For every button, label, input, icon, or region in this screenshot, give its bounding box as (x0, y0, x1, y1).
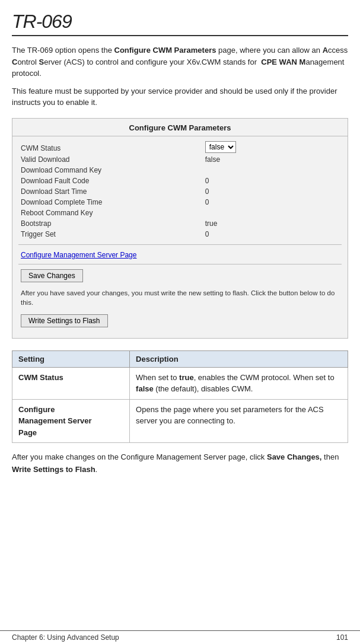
bootstrap-label: Bootstrap (12, 218, 197, 229)
trigger-set-label: Trigger Set (12, 229, 197, 240)
table-row: Download Complete Time 0 (12, 197, 348, 208)
download-fault-code-label: Download Fault Code (12, 176, 197, 186)
download-command-key-value (197, 165, 348, 176)
setting-column-header: Setting (12, 350, 130, 367)
table-row: CWM Status false true (12, 140, 348, 154)
table-row: Trigger Set 0 (12, 229, 348, 240)
download-complete-time-value: 0 (197, 197, 348, 208)
cwm-status-description: When set to true, enables the CWM protoc… (130, 367, 348, 399)
table-row: CWM Status When set to true, enables the… (12, 367, 348, 399)
table-row: Bootstrap true (12, 218, 348, 229)
table-row: Download Command Key (12, 165, 348, 176)
trigger-set-value: 0 (197, 229, 348, 240)
reboot-command-key-label: Reboot Command Key (12, 208, 197, 218)
intro-paragraph-2: This feature must be supported by your s… (12, 85, 348, 109)
settings-reference-table: Setting Description CWM Status When set … (12, 350, 348, 444)
cwm-status-setting: CWM Status (12, 367, 130, 399)
table-row: Valid Download false (12, 154, 348, 165)
cwm-status-label: CWM Status (12, 140, 197, 154)
page-title: TR-069 (12, 11, 348, 36)
footer-page-number: 101 (336, 633, 348, 642)
footer-chapter: Chapter 6: Using Advanced Setup (12, 633, 119, 642)
table-row: ConfigureManagement ServerPage Opens the… (12, 399, 348, 443)
reboot-command-key-value (197, 208, 348, 218)
valid-download-label: Valid Download (12, 154, 197, 165)
configure-management-server-link[interactable]: Configure Management Server Page (12, 250, 348, 260)
description-column-header: Description (130, 350, 348, 367)
download-start-time-label: Download Start Time (12, 186, 197, 197)
flash-note: After you have saved your changes, you m… (21, 288, 339, 307)
valid-download-value: false (197, 154, 348, 165)
write-settings-button[interactable]: Write Settings to Flash (21, 314, 108, 327)
download-complete-time-label: Download Complete Time (12, 197, 197, 208)
table-row: Reboot Command Key (12, 208, 348, 218)
download-fault-code-value: 0 (197, 176, 348, 186)
table-row: Download Fault Code 0 (12, 176, 348, 186)
cwm-parameters-table: CWM Status false true Valid Download fal… (12, 140, 348, 240)
cwm-status-select[interactable]: false true (205, 141, 236, 153)
cwm-parameters-box: Configure CWM Parameters CWM Status fals… (12, 118, 348, 339)
configure-mgmt-setting: ConfigureManagement ServerPage (12, 399, 130, 443)
save-changes-button[interactable]: Save Changes (21, 269, 83, 282)
page-footer: Chapter 6: Using Advanced Setup 101 (0, 630, 360, 644)
download-command-key-label: Download Command Key (12, 165, 197, 176)
intro-paragraph-1: The TR-069 option opens the Configure CW… (12, 44, 348, 79)
table-row: Download Start Time 0 (12, 186, 348, 197)
bootstrap-value: true (197, 218, 348, 229)
cwm-box-title: Configure CWM Parameters (12, 119, 348, 136)
configure-mgmt-description: Opens the page where you set parameters … (130, 399, 348, 443)
download-start-time-value: 0 (197, 186, 348, 197)
footer-paragraph: After you make changes on the Configure … (12, 451, 348, 476)
cwm-status-value[interactable]: false true (197, 140, 348, 154)
table-header-row: Setting Description (12, 350, 348, 367)
